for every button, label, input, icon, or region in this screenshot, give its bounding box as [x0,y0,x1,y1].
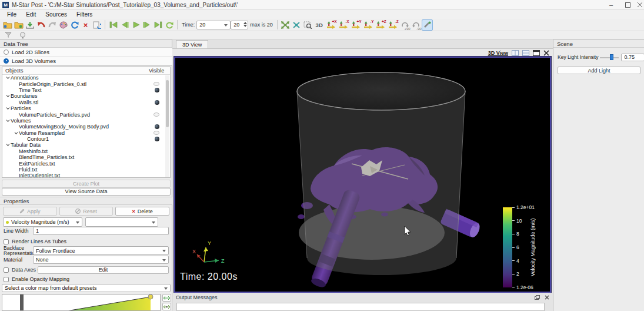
tab-3d-view[interactable]: 3D View [176,40,208,48]
expander-icon[interactable] [5,119,11,123]
tree-row[interactable]: Contour1 [2,136,170,142]
menu-filters[interactable]: Filters [72,11,97,18]
add-light-button[interactable]: Add Light [558,67,640,74]
expander-icon[interactable] [5,94,11,98]
import-data-button[interactable] [24,19,35,31]
tree-row[interactable]: Volumes [2,118,170,124]
tree-row[interactable]: Particles [2,105,170,111]
visibility-toggle[interactable] [154,131,159,135]
tree-row[interactable]: Tabular Data [2,142,170,148]
create-plot-button[interactable]: Create Plot [2,180,171,188]
view-axis-button-plusZ[interactable]: +Z [375,19,387,31]
tree-row[interactable]: Fluid.txt [2,167,170,173]
open-folder-button[interactable] [2,19,13,31]
slider-handle[interactable] [610,54,613,60]
zoom-box-button[interactable] [302,19,313,31]
menu-file[interactable]: File [2,11,21,18]
rotate-plus-90-button[interactable]: +90 [399,19,411,31]
close-button[interactable] [636,0,644,9]
skip-to-end-button[interactable] [152,19,163,31]
reset-view-button[interactable] [280,19,291,31]
delete-source-button[interactable]: × [80,19,91,31]
tree-row[interactable]: BlendTime_Particles.txt [2,154,170,160]
tree-row[interactable]: Boundaries [2,93,170,99]
material-combo[interactable]: None [33,256,169,264]
view-axis-button-minusY[interactable]: -Y [362,19,375,31]
toggle-2d3d-button[interactable]: 3D [313,19,325,31]
step-back-button[interactable] [119,19,130,31]
key-light-slider[interactable] [600,54,619,61]
visibility-toggle[interactable] [154,82,159,86]
color-field-combo[interactable]: Velocity Magnitude (m/s) [3,217,82,227]
loop-playback-button[interactable] [163,19,175,31]
visibility-toggle[interactable] [155,124,159,129]
tree-row[interactable]: Walls.stl [2,100,170,105]
skip-to-start-button[interactable] [108,19,119,31]
opacity-mapping-checkbox[interactable] [4,277,9,282]
close-view-icon[interactable] [543,50,549,56]
color-palette-button[interactable] [58,19,69,31]
close-panel-icon[interactable] [545,295,549,300]
expander-icon[interactable] [5,143,11,147]
visibility-toggle[interactable] [155,137,159,141]
split-horizontal-icon[interactable] [522,50,529,56]
line-width-input[interactable]: 1 [33,227,169,235]
visibility-toggle[interactable] [155,100,159,105]
frame-spinbox[interactable]: 20 [231,21,248,29]
reload-sources-button[interactable] [91,19,102,31]
tree-row[interactable]: MeshInfo.txt [2,148,170,154]
menu-sources[interactable]: Sources [41,11,72,18]
tree-row[interactable]: Volume Resampled [2,130,170,136]
expander-icon[interactable] [5,107,11,110]
menu-edit[interactable]: Edit [21,11,41,18]
backface-combo[interactable]: Follow Frontface [33,246,169,255]
float-panel-icon[interactable] [535,295,540,300]
colormap-preset-combo[interactable]: Select a color map from default presets [2,284,171,292]
tree-row[interactable]: InletOutletInlet.txt [2,173,170,178]
tree-row[interactable]: ExitParticles.txt [2,160,170,166]
delete-button[interactable]: ×Delete [115,207,169,216]
probe-tool-button[interactable] [422,19,433,31]
tree-row[interactable]: VolumeMovingBody_Moving Body.pvd [2,124,170,130]
visibility-toggle[interactable] [155,88,159,92]
step-forward-button[interactable] [141,19,152,31]
load-2d-slices-radio[interactable]: Load 2D Slices [0,48,172,57]
tree-scrollbar[interactable] [165,75,169,177]
redo-button[interactable] [46,19,58,31]
component-combo[interactable] [85,217,158,227]
view-axis-button-plusY[interactable]: +Y [350,19,362,31]
view-axis-button-plusX[interactable]: +X [325,19,338,31]
view-title-link[interactable]: 3D View [488,50,508,56]
rescale-data-range-button[interactable] [162,303,171,310]
load-3d-volumes-radio[interactable]: Load 3D Volumes [0,57,172,65]
expander-icon[interactable] [13,131,19,135]
split-vertical-icon[interactable] [512,50,519,56]
view-axis-button-minusX[interactable]: -X [338,19,350,31]
rotate-minus-90-button[interactable]: -90 [411,19,422,31]
key-light-value-input[interactable]: 0.75 [621,54,644,61]
undo-button[interactable] [35,19,46,31]
render-tubes-checkbox[interactable] [4,239,9,244]
apply-button[interactable]: Apply [3,207,57,216]
tree-row[interactable]: Annotations [2,75,170,81]
tree-row[interactable]: VolumeParticles_Particles.pvd [2,111,170,117]
view-source-data-button[interactable]: View Source Data [2,188,171,196]
viewport-3d[interactable]: X Y Z Time: 20.00s 1.2e+011086421.2e-06 … [174,57,551,293]
zoom-to-data-button[interactable] [291,19,302,31]
play-button[interactable] [130,19,141,31]
tree-row[interactable]: Time Text [2,87,170,93]
refresh-button[interactable] [69,19,80,31]
minimize-button[interactable]: – [603,0,619,9]
view-axis-button-minusZ[interactable]: -Z [387,19,399,31]
time-combo[interactable]: 20 [196,21,231,29]
maximize-view-icon[interactable] [533,50,540,56]
open-recent-folder-button[interactable] [13,19,24,31]
colormap-editor[interactable] [2,294,161,311]
data-axes-grid-checkbox[interactable] [4,267,9,273]
tree-row[interactable]: ParticleOrigin_Particles_0.stl [2,81,170,87]
expander-icon[interactable] [5,76,11,80]
radio-icon[interactable] [4,49,9,55]
output-log[interactable] [176,303,545,311]
radio-selected-icon[interactable] [4,58,9,64]
visibility-toggle[interactable] [154,113,159,117]
